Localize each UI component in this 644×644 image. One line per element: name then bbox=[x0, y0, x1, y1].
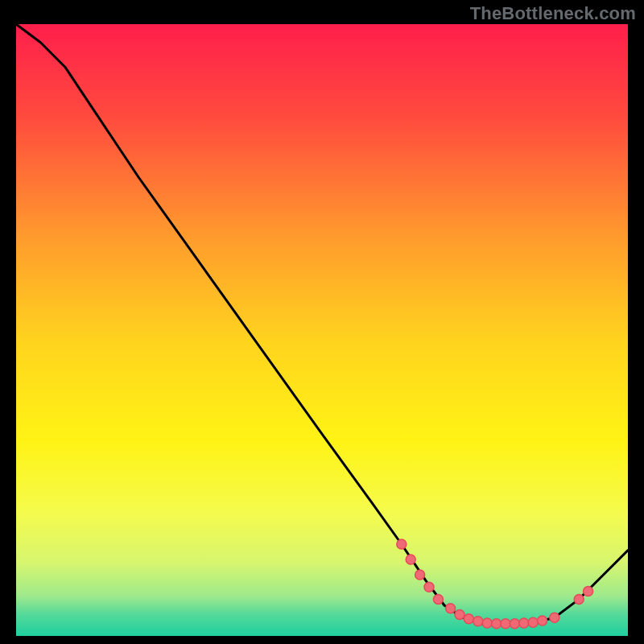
chart-background bbox=[16, 24, 628, 636]
data-point-marker bbox=[464, 614, 473, 624]
chart-plot-area bbox=[16, 24, 628, 636]
data-point-marker bbox=[519, 618, 529, 628]
data-point-marker bbox=[473, 617, 483, 626]
data-point-marker bbox=[482, 618, 492, 628]
data-point-marker bbox=[455, 609, 464, 619]
data-point-marker bbox=[415, 570, 425, 580]
data-point-marker bbox=[550, 613, 559, 622]
data-point-marker bbox=[584, 587, 593, 597]
data-point-marker bbox=[492, 619, 502, 629]
data-point-marker bbox=[406, 555, 415, 564]
chart-container: TheBottleneck.com bbox=[0, 0, 644, 644]
data-point-marker bbox=[510, 619, 519, 629]
data-point-marker bbox=[574, 594, 584, 604]
data-point-marker bbox=[528, 617, 538, 627]
attribution-text: TheBottleneck.com bbox=[470, 3, 636, 24]
data-point-marker bbox=[446, 604, 456, 613]
chart-svg bbox=[16, 24, 628, 636]
data-point-marker bbox=[424, 582, 434, 592]
data-point-marker bbox=[397, 539, 407, 549]
data-point-marker bbox=[433, 594, 443, 604]
data-point-marker bbox=[538, 616, 547, 625]
data-point-marker bbox=[501, 619, 510, 629]
